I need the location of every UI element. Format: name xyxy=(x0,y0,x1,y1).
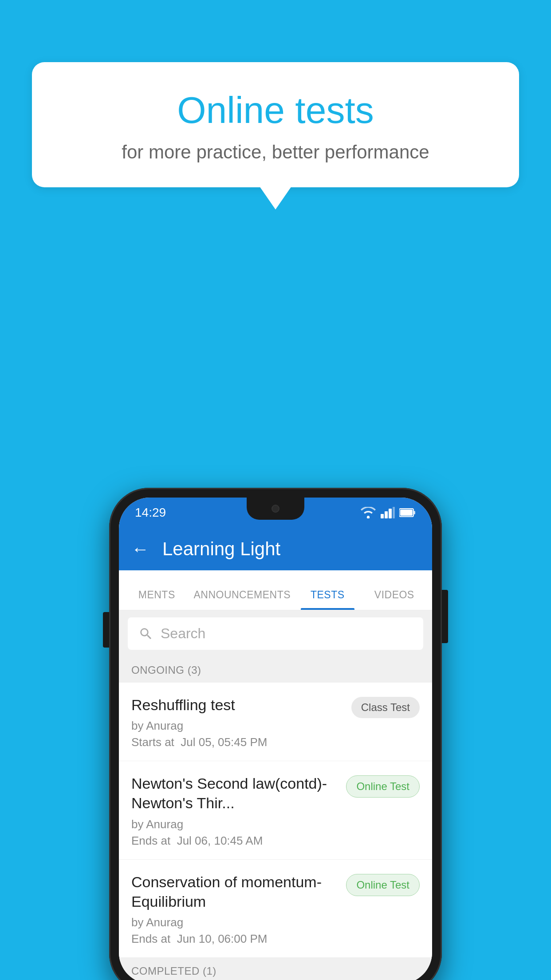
svg-rect-1 xyxy=(381,514,384,518)
notch xyxy=(247,498,304,520)
test-date-1: Starts at Jul 05, 05:45 PM xyxy=(131,735,344,749)
test-info-3: Conservation of momentum-Equilibrium by … xyxy=(131,872,339,946)
search-input-placeholder[interactable]: Search xyxy=(161,625,205,642)
tabs-bar: MENTS ANNOUNCEMENTS TESTS VIDEOS xyxy=(119,570,432,610)
badge-class-test-1: Class Test xyxy=(351,697,420,718)
completed-section-header: COMPLETED (1) xyxy=(119,958,432,980)
camera-dot xyxy=(272,505,279,513)
test-title-3: Conservation of momentum-Equilibrium xyxy=(131,872,339,911)
tab-ments[interactable]: MENTS xyxy=(123,589,190,610)
app-bar: ← Learning Light xyxy=(119,528,432,570)
status-icons xyxy=(360,507,416,518)
search-container: Search xyxy=(119,610,432,657)
speech-bubble: Online tests for more practice, better p… xyxy=(32,62,519,187)
speech-bubble-arrow xyxy=(260,186,291,209)
svg-rect-3 xyxy=(389,509,392,518)
test-title-2: Newton's Second law(contd)-Newton's Thir… xyxy=(131,774,339,813)
wifi-icon xyxy=(360,507,376,518)
battery-icon xyxy=(399,508,416,518)
svg-rect-7 xyxy=(413,511,415,514)
ongoing-section-header: ONGOING (3) xyxy=(119,657,432,683)
tab-tests[interactable]: TESTS xyxy=(294,589,361,610)
test-item-3[interactable]: Conservation of momentum-Equilibrium by … xyxy=(119,860,432,958)
status-time: 14:29 xyxy=(135,506,166,520)
test-date-2: Ends at Jul 06, 10:45 AM xyxy=(131,834,339,848)
status-bar: 14:29 xyxy=(119,498,432,528)
phone-wrapper: 14:29 xyxy=(109,488,442,980)
tab-videos[interactable]: VIDEOS xyxy=(361,589,428,610)
test-item-1[interactable]: Reshuffling test by Anurag Starts at Jul… xyxy=(119,683,432,761)
svg-point-0 xyxy=(367,516,370,518)
test-author-3: by Anurag xyxy=(131,916,339,929)
search-icon xyxy=(138,626,153,641)
search-bar[interactable]: Search xyxy=(128,617,423,650)
speech-bubble-subtitle: for more practice, better performance xyxy=(59,142,492,163)
test-author-1: by Anurag xyxy=(131,719,344,733)
background: Online tests for more practice, better p… xyxy=(0,0,551,980)
badge-online-test-3: Online Test xyxy=(346,874,420,896)
svg-rect-2 xyxy=(385,511,388,518)
back-button[interactable]: ← xyxy=(131,539,149,559)
test-date-3: Ends at Jun 10, 06:00 PM xyxy=(131,932,339,946)
test-info-2: Newton's Second law(contd)-Newton's Thir… xyxy=(131,774,339,847)
phone-screen: 14:29 xyxy=(119,498,432,980)
speech-bubble-container: Online tests for more practice, better p… xyxy=(32,62,519,209)
test-info-1: Reshuffling test by Anurag Starts at Jul… xyxy=(131,695,344,749)
badge-online-test-2: Online Test xyxy=(346,775,420,798)
svg-rect-4 xyxy=(393,507,395,518)
phone-outer: 14:29 xyxy=(109,488,442,980)
signal-icon xyxy=(381,507,395,518)
app-bar-title: Learning Light xyxy=(162,538,280,560)
test-list: Reshuffling test by Anurag Starts at Jul… xyxy=(119,683,432,958)
test-item-2[interactable]: Newton's Second law(contd)-Newton's Thir… xyxy=(119,761,432,859)
speech-bubble-title: Online tests xyxy=(59,89,492,132)
test-title-1: Reshuffling test xyxy=(131,695,344,715)
svg-rect-6 xyxy=(400,510,413,516)
test-author-2: by Anurag xyxy=(131,818,339,831)
tab-announcements[interactable]: ANNOUNCEMENTS xyxy=(190,589,294,610)
